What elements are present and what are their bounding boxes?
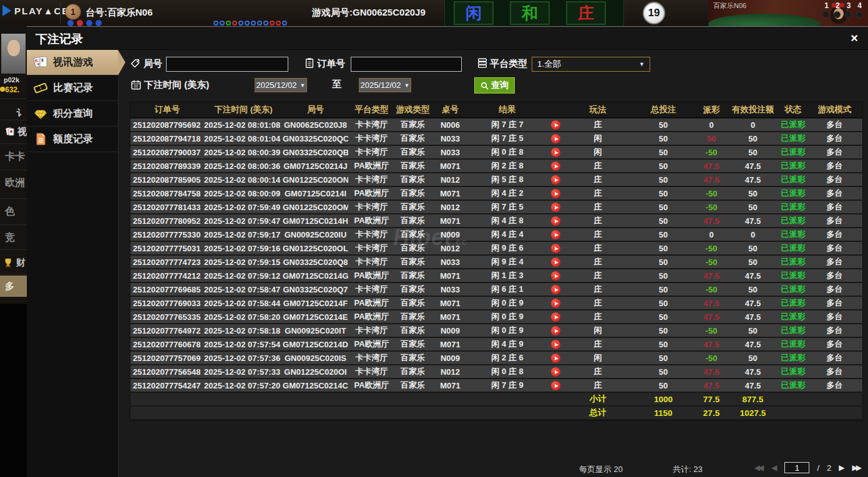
replay-play-icon[interactable]	[551, 354, 560, 363]
replay-play-icon[interactable]	[551, 189, 560, 198]
cell-round: GN03325C020Q7	[283, 285, 348, 294]
table-row: 2512020777649722025-12-02 07:58:18GN0092…	[130, 324, 862, 338]
cell-replay	[545, 271, 567, 281]
replay-play-icon[interactable]	[551, 175, 560, 185]
bg-nav-partial-1: 视	[0, 121, 27, 142]
cell-status: 已派彩	[781, 256, 806, 267]
cell-result: 闲 0 庄 8	[470, 147, 545, 158]
replay-play-icon[interactable]	[551, 381, 560, 390]
cell-valid: 50	[725, 285, 781, 294]
close-icon[interactable]: ×	[851, 30, 858, 46]
replay-play-icon[interactable]	[551, 203, 560, 212]
header-round-no: 局号	[283, 104, 348, 115]
cards-icon: K♥9	[33, 55, 48, 69]
first-page-icon[interactable]: ◀◀	[754, 463, 764, 472]
table-row: 2512020777653352025-12-02 07:58:20GM0712…	[130, 311, 862, 324]
cell-result: 闲 0 庄 9	[470, 325, 545, 336]
seat-number: 1	[824, 1, 829, 10]
cell-result: 闲 2 庄 8	[470, 160, 545, 171]
cell-table: M071	[431, 312, 470, 322]
replay-play-icon[interactable]	[551, 312, 560, 322]
date-from-dropdown[interactable]: 2025/12/02 ▼	[255, 78, 307, 92]
replay-play-icon[interactable]	[551, 244, 560, 253]
replay-play-icon[interactable]	[551, 148, 560, 157]
cell-bet: 50	[629, 120, 698, 130]
cell-replay	[545, 133, 567, 143]
cell-table: M071	[431, 161, 470, 171]
cell-platform: 卡卡湾厅	[348, 119, 395, 130]
replay-play-icon[interactable]	[551, 367, 560, 377]
next-page-icon[interactable]: ▶	[839, 463, 844, 472]
cell-result: 闲 0 庄 9	[470, 311, 545, 322]
cell-valid: 50	[725, 244, 781, 253]
replay-play-icon[interactable]	[551, 134, 560, 143]
replay-play-icon[interactable]	[551, 258, 560, 267]
cell-result: 闲 4 庄 9	[470, 339, 545, 350]
cell-payout: 0	[698, 120, 725, 130]
replay-play-icon[interactable]	[551, 326, 560, 335]
table-row: 2512020877956922025-12-02 08:01:08GN0062…	[130, 118, 862, 132]
search-button[interactable]: 查询	[474, 77, 515, 94]
cell-result: 闲 4 庄 2	[470, 188, 545, 199]
last-page-icon[interactable]: ▶▶	[852, 463, 862, 472]
replay-play-icon[interactable]	[551, 271, 560, 281]
cell-replay	[545, 147, 567, 157]
cell-status: 已派彩	[781, 380, 806, 391]
date-to-dropdown[interactable]: 2025/12/02 ▼	[359, 78, 411, 92]
cell-platform: PA欧洲厅	[348, 160, 395, 171]
chevron-down-icon: ▼	[639, 61, 645, 67]
cell-bet: 50	[629, 367, 698, 377]
replay-play-icon[interactable]	[551, 299, 560, 308]
bet-player-cell[interactable]: 闲	[454, 1, 494, 25]
date-from-value: 2025/12/02	[256, 80, 297, 90]
cell-play: 庄	[567, 188, 629, 199]
cell-replay	[545, 120, 567, 130]
cell-table: N012	[431, 175, 470, 185]
cell-game: 百家乐	[395, 311, 431, 322]
sidebar-item-1[interactable]: 比赛记录	[27, 75, 118, 101]
cell-game: 百家乐	[395, 201, 431, 213]
bet-tie-cell[interactable]: 和	[510, 1, 550, 25]
cell-status: 已派彩	[781, 366, 806, 377]
cell-replay	[545, 353, 567, 363]
prev-page-icon[interactable]: ◀	[771, 463, 777, 472]
cell-mode: 多台	[806, 160, 864, 171]
seat-dot	[822, 11, 829, 18]
round-filter-input[interactable]	[166, 57, 288, 72]
cell-payout: -50	[698, 203, 725, 212]
cell-game: 百家乐	[395, 297, 431, 309]
replay-play-icon[interactable]	[551, 340, 560, 349]
cell-play: 庄	[567, 297, 629, 309]
chevron-down-icon: ▼	[404, 82, 410, 89]
sidebar-item-label: 额度记录	[53, 133, 93, 146]
dealer-video-thumbnail[interactable]: 百家乐N06 1234	[708, 0, 868, 26]
cell-payout: -50	[698, 326, 725, 335]
divider	[0, 274, 27, 275]
table-label: 台号:百家乐N06	[85, 7, 153, 19]
replay-play-icon[interactable]	[551, 285, 560, 294]
platform-select[interactable]: 1.全部 ▼	[532, 57, 650, 72]
cell-payout: -50	[698, 189, 725, 198]
sidebar-item-3[interactable]: 额度记录	[27, 127, 118, 152]
header-bet-time: 下注时间 (美东)	[202, 104, 283, 115]
cell-game: 百家乐	[395, 215, 431, 226]
replay-play-icon[interactable]	[551, 230, 560, 239]
cell-round: GM07125C0214C	[283, 381, 348, 390]
sidebar-item-2[interactable]: 积分查询	[27, 101, 118, 127]
order-filter-input[interactable]	[351, 57, 462, 72]
replay-play-icon[interactable]	[551, 216, 560, 226]
bet-time-filter-label: 下注时间 (美东)	[144, 79, 209, 91]
bead-ring	[213, 21, 218, 26]
page-number-input[interactable]	[784, 462, 809, 473]
bead-ring	[245, 21, 250, 26]
replay-play-icon[interactable]	[551, 161, 560, 171]
cell-round: GN03325C020QB	[283, 148, 348, 157]
bet-banker-cell[interactable]: 庄	[566, 1, 606, 25]
table-row: 2512020777696852025-12-02 07:58:47GN0332…	[130, 283, 862, 297]
sidebar-item-0[interactable]: K♥9视讯游戏	[27, 50, 118, 75]
cell-valid: 47.5	[725, 312, 781, 322]
cell-payout: -50	[698, 354, 725, 363]
summary-total-bet: 1000	[629, 395, 698, 404]
replay-play-icon[interactable]	[551, 120, 560, 130]
cell-play: 闲	[567, 133, 629, 144]
